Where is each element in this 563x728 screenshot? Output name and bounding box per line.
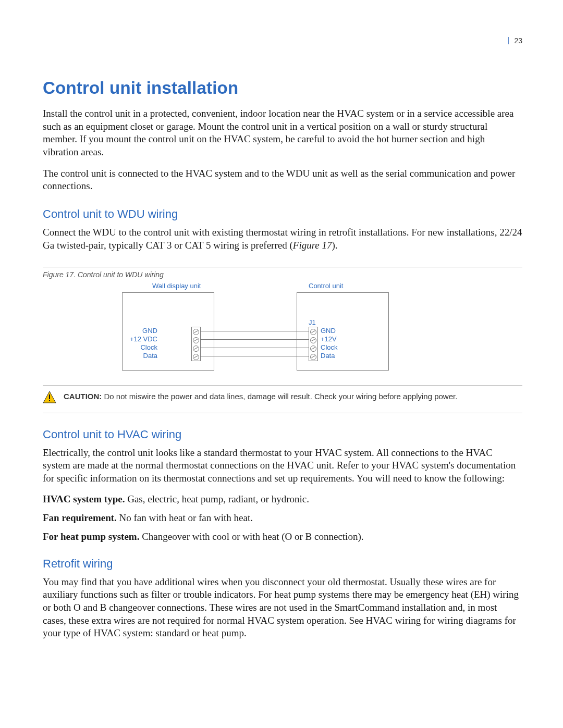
- wdu-terminal-block: [191, 327, 201, 361]
- def-heat-pump: For heat pump system. Changeover with co…: [43, 531, 522, 542]
- wdu-term-clock: Clock: [140, 343, 157, 351]
- wdu-term-12vdc: +12 VDC: [130, 335, 157, 343]
- wdu-p-text-b: ).: [332, 240, 338, 251]
- cu-term-clock: Clock: [321, 343, 338, 351]
- caution-label: CAUTION:: [64, 392, 102, 401]
- terminal-screw-icon: [310, 354, 316, 360]
- terminal-screw-icon: [310, 346, 316, 352]
- intro-paragraph-2: The control unit is connected to the HVA…: [43, 167, 522, 193]
- figure-reference: Figure 17: [293, 240, 332, 251]
- figure-rule-top: [43, 267, 522, 267]
- page-number-divider: [508, 37, 509, 44]
- cu-term-data: Data: [321, 352, 335, 360]
- caution-icon: [43, 391, 56, 405]
- def-desc: Changeover with cool or with heat (O or …: [139, 531, 363, 542]
- section-heading-hvac: Control unit to HVAC wiring: [43, 428, 522, 441]
- cu-term-12v: +12V: [321, 335, 337, 343]
- wire-12v: [201, 339, 309, 340]
- diagram-right-title: Control unit: [309, 282, 343, 290]
- def-fan-req: Fan requirement. No fan with heat or fan…: [43, 512, 522, 524]
- section-heading-wdu: Control unit to WDU wiring: [43, 207, 522, 221]
- page-number: 23: [508, 36, 522, 45]
- wdu-term-data: Data: [143, 352, 157, 360]
- j1-label: J1: [309, 318, 316, 326]
- intro-paragraph-1: Install the control unit in a protected,…: [43, 107, 522, 159]
- def-desc: No fan with heat or fan with heat.: [117, 512, 253, 523]
- wdu-p-text-a: Connect the WDU to the control unit with…: [43, 227, 522, 251]
- figure-caption: Figure 17. Control unit to WDU wiring: [43, 270, 522, 279]
- def-desc: Gas, electric, heat pump, radiant, or hy…: [125, 493, 309, 504]
- terminal-screw-icon: [193, 337, 199, 343]
- terminal-screw-icon: [193, 329, 199, 335]
- caution-body: Do not miswire the power and data lines,…: [102, 392, 457, 401]
- wdu-paragraph: Connect the WDU to the control unit with…: [43, 226, 522, 252]
- diagram-left-title: Wall display unit: [152, 282, 201, 290]
- caution-text: CAUTION: Do not miswire the power and da…: [64, 391, 457, 402]
- section-heading-retrofit: Retrofit wiring: [43, 557, 522, 571]
- svg-rect-1: [49, 394, 50, 399]
- wire-gnd: [201, 331, 309, 331]
- page-title: Control unit installation: [43, 78, 522, 98]
- hvac-paragraph: Electrically, the control unit looks lik…: [43, 447, 522, 485]
- caution-block: CAUTION: Do not miswire the power and da…: [43, 386, 522, 413]
- terminal-screw-icon: [193, 346, 199, 352]
- def-term: HVAC system type.: [43, 493, 125, 504]
- figure-17: Figure 17. Control unit to WDU wiring Wa…: [43, 267, 522, 386]
- wdu-term-gnd: GND: [142, 327, 157, 335]
- page-number-value: 23: [514, 36, 522, 45]
- terminal-screw-icon: [310, 329, 316, 335]
- wire-data: [201, 356, 309, 356]
- terminal-screw-icon: [193, 354, 199, 360]
- def-term: For heat pump system.: [43, 531, 139, 542]
- terminal-screw-icon: [310, 337, 316, 343]
- svg-rect-2: [49, 400, 50, 401]
- def-term: Fan requirement.: [43, 512, 117, 523]
- wiring-diagram: Wall display unit Control unit GND +12 V…: [43, 281, 522, 385]
- cu-term-gnd: GND: [321, 327, 336, 335]
- wire-clock: [201, 348, 309, 348]
- retrofit-paragraph: You may find that you have additional wi…: [43, 576, 522, 640]
- cu-terminal-block: [309, 327, 318, 361]
- def-hvac-type: HVAC system type. Gas, electric, heat pu…: [43, 493, 522, 505]
